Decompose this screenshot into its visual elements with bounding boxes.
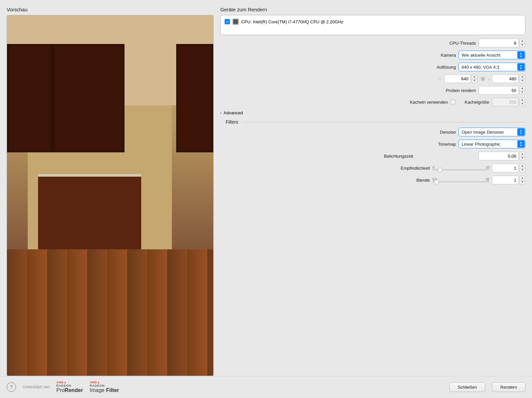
tonemap-row: Tonemap Linear Photographic ▲ ▼ <box>220 139 525 149</box>
width-stepper[interactable]: ▲ ▼ <box>472 74 478 83</box>
kacheln-checkbox[interactable] <box>451 100 455 104</box>
proben-stepper[interactable]: ▲ ▼ <box>519 86 525 95</box>
belichtung-stepper[interactable]: ▲ ▼ <box>519 152 525 160</box>
preview-label: Vorschau <box>7 7 214 12</box>
cpu-threads-input[interactable] <box>479 39 519 47</box>
tonemap-select[interactable]: Linear Photographic <box>459 140 525 148</box>
camera-select-container: Wie aktuelle Ansicht ▲ ▼ <box>459 51 525 59</box>
kachelgroesse-stepper[interactable]: ▲ ▼ <box>519 98 525 106</box>
filters-row: Filters <box>220 119 525 125</box>
kitchen-cabinet-upper-left <box>7 44 52 152</box>
devices-section: Geräte zum Rendern CPU: Intel(R) Core(TM… <box>220 7 525 35</box>
prorender-logo: AMD▲ RADEON ProRender <box>56 381 83 393</box>
height-up[interactable]: ▲ <box>520 75 525 79</box>
kachelgroesse-group: Kachelgröße ▲ ▼ <box>465 98 525 106</box>
width-input[interactable] <box>444 74 471 83</box>
kitchen-cabinet-upper-center <box>52 44 124 152</box>
belichtung-label: Belichtungszeit <box>384 154 413 159</box>
bottom-bar: ? Unterstützt von AMD▲ RADEON ProRender … <box>0 376 532 398</box>
empfindlichkeit-label: Empfindlichkeit <box>401 166 430 171</box>
cpu-threads-down[interactable]: ▼ <box>520 43 525 47</box>
empfindlichkeit-slider[interactable] <box>433 169 489 170</box>
height-input[interactable] <box>492 74 519 83</box>
filters-divider <box>242 122 525 122</box>
empfindlichkeit-up[interactable]: ▲ <box>520 164 525 168</box>
empfindlichkeit-control: ▲ ▼ <box>492 164 525 172</box>
height-down[interactable]: ▼ <box>520 79 525 83</box>
kachelgroesse-up[interactable]: ▲ <box>520 98 525 102</box>
help-button[interactable]: ? <box>7 382 16 392</box>
kachelgroesse-label: Kachelgröße <box>465 100 489 105</box>
denoise-select[interactable]: Open Image Denoiser <box>459 128 525 136</box>
kitchen-floor <box>7 249 213 375</box>
camera-row: Kamera Wie aktuelle Ansicht ▲ ▼ <box>220 50 525 60</box>
blende-slider[interactable] <box>433 181 489 182</box>
kitchen-cabinet-upper-right <box>176 44 213 152</box>
empfindlichkeit-slider-group: 0 10 <box>433 166 489 170</box>
cpu-icon <box>233 19 239 25</box>
width-icon: ↔ <box>439 77 442 81</box>
blende-slider-group: 0.5 32 <box>433 178 489 182</box>
width-down[interactable]: ▼ <box>472 79 477 83</box>
advanced-header[interactable]: › Advanced <box>220 109 525 117</box>
kacheln-label: Kacheln verwenden <box>410 100 448 105</box>
imagefilter-radeon: RADEON <box>90 384 105 388</box>
denoise-label: Denoise <box>440 130 456 135</box>
kachelgroesse-input[interactable] <box>492 98 519 106</box>
height-stepper[interactable]: ▲ ▼ <box>519 74 525 83</box>
proben-label: Proben rendern <box>446 88 476 93</box>
blende-up[interactable]: ▲ <box>520 176 525 180</box>
camera-label: Kamera <box>441 53 456 58</box>
belichtung-control: ▲ ▼ <box>479 152 525 160</box>
height-icon: ↕ <box>488 77 490 81</box>
proben-row: Proben rendern ▲ ▼ <box>220 86 525 95</box>
width-up[interactable]: ▲ <box>472 75 477 79</box>
proben-down[interactable]: ▼ <box>520 91 525 95</box>
cpu-threads-up[interactable]: ▲ <box>520 39 525 43</box>
empfindlichkeit-input[interactable] <box>492 164 519 172</box>
belichtung-input[interactable] <box>479 152 519 160</box>
width-control: ▲ ▼ <box>444 74 478 83</box>
cpu-threads-stepper[interactable]: ▲ ▼ <box>519 39 525 47</box>
imagefilter-product: Image Filter <box>90 387 119 393</box>
kacheln-row: Kacheln verwenden Kachelgröße ▲ ▼ <box>220 98 525 106</box>
blende-stepper[interactable]: ▲ ▼ <box>519 176 525 184</box>
belichtung-up[interactable]: ▲ <box>520 152 525 156</box>
cpu-threads-row: CPU-Threads ▲ ▼ <box>220 38 525 48</box>
belichtung-down[interactable]: ▼ <box>520 156 525 160</box>
device-item[interactable]: CPU: Intel(R) Core(TM) i7-4770HQ CPU @ 2… <box>222 17 524 27</box>
settings-grid: CPU-Threads ▲ ▼ Kamera Wie aktuelle Ansi… <box>220 38 525 185</box>
advanced-label: Advanced <box>224 110 243 115</box>
link-icon: ⊞ <box>480 75 486 82</box>
camera-select[interactable]: Wie aktuelle Ansicht <box>459 51 525 59</box>
advanced-chevron: › <box>220 111 222 115</box>
proben-up[interactable]: ▲ <box>520 86 525 91</box>
blende-label: Blende <box>417 178 430 183</box>
resolution-label: Auflösung <box>437 65 456 70</box>
kachelgroesse-control: ▲ ▼ <box>492 98 525 106</box>
blende-input[interactable] <box>492 176 519 184</box>
kachelgroesse-down[interactable]: ▼ <box>520 102 525 106</box>
render-button[interactable]: Rendern <box>492 382 525 392</box>
blende-down[interactable]: ▼ <box>520 180 525 184</box>
height-control: ▲ ▼ <box>492 74 525 83</box>
width-height-row: ↔ ▲ ▼ ⊞ ↕ ▲ ▼ <box>220 74 525 83</box>
denoise-select-container: Open Image Denoiser ▲ ▼ <box>459 128 525 136</box>
empfindlichkeit-stepper[interactable]: ▲ ▼ <box>519 164 525 172</box>
imagefilter-logo: AMD▲ RADEON Image Filter <box>90 381 119 393</box>
cpu-threads-label: CPU-Threads <box>450 41 476 46</box>
empfindlichkeit-down[interactable]: ▼ <box>520 168 525 172</box>
device-list: CPU: Intel(R) Core(TM) i7-4770HQ CPU @ 2… <box>220 15 525 35</box>
belichtung-row: Belichtungszeit ▲ ▼ <box>220 151 525 161</box>
proben-input[interactable] <box>479 86 519 95</box>
device-checkbox[interactable] <box>225 19 230 24</box>
resolution-select[interactable]: 640 x 480, VGA 4:3 <box>459 63 525 71</box>
close-button[interactable]: Schließen <box>449 382 485 392</box>
resolution-row: Auflösung 640 x 480, VGA 4:3 ▲ ▼ <box>220 62 525 72</box>
prorender-radeon: RADEON <box>56 384 71 388</box>
proben-control: ▲ ▼ <box>479 86 525 95</box>
denoise-row: Denoise Open Image Denoiser ▲ ▼ <box>220 127 525 137</box>
preview-area <box>7 15 214 376</box>
device-name: CPU: Intel(R) Core(TM) i7-4770HQ CPU @ 2… <box>241 19 343 24</box>
blende-control: ▲ ▼ <box>492 176 525 184</box>
